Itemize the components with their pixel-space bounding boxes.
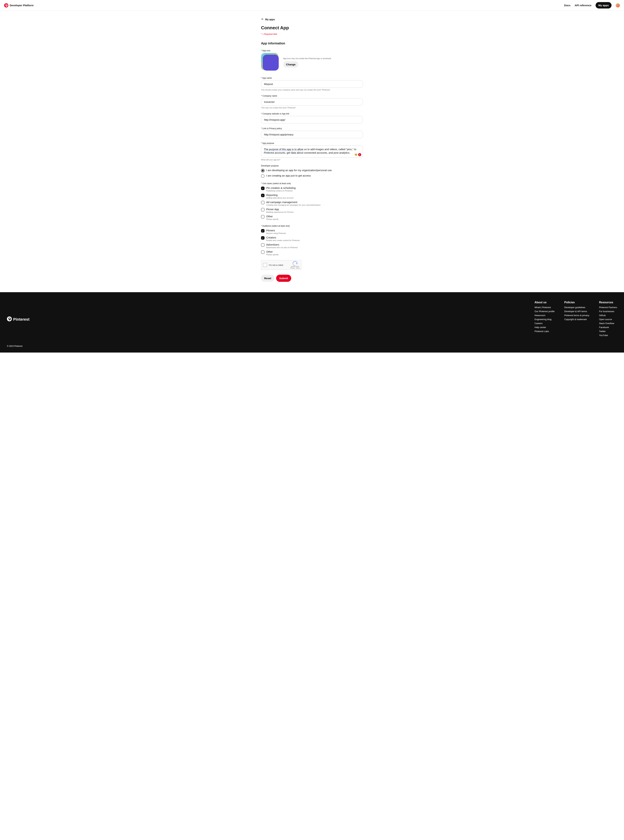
footer-link[interactable]: Developer & API terms [564, 310, 589, 312]
check-ad-campaign-desc: Creating and managing ad campaigns for y… [266, 204, 320, 206]
app-icon-note: App icon may not contain the Pinterest l… [283, 57, 331, 59]
check-pinner-app[interactable] [261, 208, 264, 211]
use-cases-label: Use cases (select at least one) [261, 182, 363, 185]
check-pin-creation-desc: Publishing content on Pinterest [266, 190, 295, 192]
footer-link[interactable]: Stack Overflow [599, 322, 617, 325]
footer-link[interactable]: Pinterest terms & privacy [564, 314, 589, 317]
footer-link[interactable]: Github [599, 314, 617, 317]
footer-link[interactable]: Copyright & trademark [564, 318, 589, 321]
footer-col-about: About us What's Pinterest Our Pinterest … [534, 301, 554, 338]
check-pin-creation[interactable]: ✓ [261, 187, 264, 190]
check-pinners-label: Pinners [266, 229, 286, 232]
company-name-helper: This may not contain the word "Pinterest… [261, 107, 363, 109]
nav-api-reference[interactable]: API reference [575, 4, 592, 7]
nav-my-apps-button[interactable]: My apps [596, 2, 612, 8]
footer-col-title: About us [534, 301, 554, 304]
check-ad-campaign[interactable] [261, 201, 264, 204]
avatar[interactable] [616, 3, 620, 8]
check-reporting-label: Reporting [266, 193, 293, 196]
footer-link[interactable]: Pinterest Partners [599, 306, 617, 309]
audience-label: Audience (select at least one) [261, 225, 363, 227]
check-reporting[interactable]: ✓ [261, 194, 264, 197]
privacy-label: Link to Privacy policy [261, 127, 363, 130]
company-name-input[interactable] [261, 98, 363, 105]
check-audience-other[interactable] [261, 251, 264, 254]
footer-link[interactable]: Pinterest Labs [534, 330, 554, 333]
footer-columns: About us What's Pinterest Our Pinterest … [534, 301, 617, 338]
recaptcha-widget: I'm not a robot reCAPTCHA Privacy - Term… [261, 260, 301, 270]
recaptcha-logo-icon [292, 261, 298, 266]
section-app-information: App information [261, 42, 363, 45]
radio-dev-org-label: I am developing an app for my organizati… [266, 169, 332, 172]
footer-link[interactable]: Newsroom [534, 314, 554, 317]
footer-copyright: © 2023 Pinterest [7, 345, 617, 347]
footer-link[interactable]: Facebook [599, 326, 617, 329]
footer-link[interactable]: Twitter [599, 330, 617, 333]
nav-docs[interactable]: Docs [564, 4, 571, 7]
app-icon-label: App icon [261, 50, 363, 52]
app-icon-preview [261, 53, 280, 72]
footer-link[interactable]: What's Pinterest [534, 306, 554, 309]
recaptcha-brand: reCAPTCHA Privacy - Terms [290, 261, 300, 269]
arrow-left-icon [261, 18, 264, 21]
submit-button[interactable]: Submit [276, 275, 291, 282]
footer-col-title: Policies [564, 301, 589, 304]
check-usecase-other[interactable] [261, 215, 264, 218]
check-creators-desc: People who create content for Pinterest [266, 239, 300, 241]
check-audience-other-label: Other [266, 250, 278, 253]
footer-link[interactable]: Careers [534, 322, 554, 325]
check-creators[interactable]: ✓ [261, 236, 264, 240]
developer-purpose-label: Developer purpose [261, 165, 363, 167]
footer-brand: Pinterest [7, 301, 29, 338]
page-title: Connect App [261, 25, 363, 31]
check-audience-other-desc: Please specify [266, 254, 278, 255]
privacy-input[interactable] [261, 131, 363, 138]
footer-brand-text: Pinterest [13, 317, 29, 322]
footer-col-title: Resources [599, 301, 617, 304]
check-pin-creation-label: Pin creation & scheduling [266, 186, 295, 189]
pinterest-logo-icon [4, 3, 8, 8]
radio-just-access[interactable] [261, 174, 264, 178]
grammar-error-count[interactable]: 1 [358, 153, 361, 156]
footer-col-policies: Policies Developer guidelines Developer … [564, 301, 589, 338]
footer-link[interactable]: Open source [599, 318, 617, 321]
check-reporting-desc: Getting data about your account [266, 197, 293, 199]
header-left: Developer Platform [4, 3, 34, 8]
brand-title: Developer Platform [10, 4, 34, 7]
recaptcha-checkbox[interactable] [263, 263, 267, 267]
purpose-label: App purpose [261, 142, 363, 144]
footer-link[interactable]: Developer guidelines [564, 306, 589, 309]
footer-link[interactable]: YouTube [599, 334, 617, 337]
radio-dev-org[interactable] [261, 169, 264, 172]
header-nav: Docs API reference My apps [564, 2, 620, 8]
change-icon-button[interactable]: Change [283, 61, 298, 68]
check-pinner-app-label: Pinner App [266, 208, 293, 211]
footer-link[interactable]: Help center [534, 326, 554, 329]
footer-link[interactable]: Engineering blog [534, 318, 554, 321]
app-name-label: App name [261, 77, 363, 79]
header: Developer Platform Docs API reference My… [0, 0, 624, 11]
check-icon: ✓ [262, 194, 264, 196]
check-usecase-other-desc: Please specify [266, 218, 278, 220]
purpose-helper: What will your app do? [261, 159, 363, 161]
footer-link[interactable]: Our Pinterest profile [534, 310, 554, 312]
check-icon: ✓ [262, 237, 264, 239]
website-input[interactable] [261, 116, 363, 124]
check-ad-campaign-label: Ad campaign management [266, 201, 320, 204]
company-name-label: Company name [261, 95, 363, 97]
website-label: Company website or App link [261, 113, 363, 115]
app-name-input[interactable] [261, 80, 363, 88]
check-pinners[interactable]: ✓ [261, 229, 264, 232]
reset-button[interactable]: Reset [261, 275, 274, 282]
footer-link[interactable]: For businesses [599, 310, 617, 312]
check-advertisers[interactable] [261, 243, 264, 247]
main-form: My apps Connect App * = Required field A… [258, 18, 366, 282]
purpose-textarea[interactable] [261, 145, 363, 158]
app-name-helper: This should contain your company name an… [261, 89, 363, 91]
grammar-emoji-icon[interactable]: 😼 [354, 153, 357, 156]
check-icon: ✓ [262, 230, 264, 232]
back-link[interactable]: My apps [261, 18, 363, 21]
footer-col-resources: Resources Pinterest Partners For busines… [599, 301, 617, 338]
check-advertisers-desc: Businesses who run ads on Pinterest [266, 246, 298, 249]
footer: Pinterest About us What's Pinterest Our … [0, 292, 624, 353]
